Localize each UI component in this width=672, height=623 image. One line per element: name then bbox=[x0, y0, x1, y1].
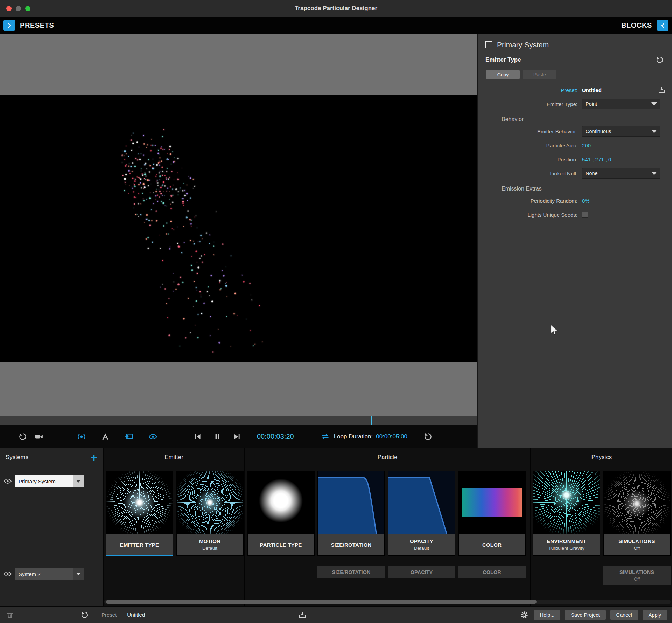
loop-duration-value[interactable]: 00:00:05:00 bbox=[376, 433, 407, 440]
block-card-simulations[interactable]: SIMULATIONS Off bbox=[603, 471, 671, 556]
preset-link[interactable]: Preset: bbox=[478, 87, 582, 93]
loop-icon[interactable] bbox=[320, 431, 330, 442]
periodicity-random-value[interactable]: 0% bbox=[582, 198, 590, 204]
system-selector-2[interactable]: System 2 bbox=[15, 568, 84, 580]
emitter-behavior-label: Emitter Behavior: bbox=[478, 129, 582, 134]
traffic-lights bbox=[6, 6, 30, 11]
card-sublabel: Turbulent Gravity bbox=[548, 546, 584, 551]
card-label: OPACITY bbox=[410, 538, 433, 544]
copy-button[interactable]: Copy bbox=[486, 70, 520, 79]
linked-null-dropdown[interactable]: None bbox=[582, 168, 660, 179]
card-label: COLOR bbox=[482, 542, 502, 548]
emitter-type-label: Emitter Type: bbox=[478, 101, 582, 107]
card-sublabel: Default bbox=[202, 546, 217, 551]
blocks-section: Systems + Primary System System 2 bbox=[0, 448, 672, 606]
system-row-2: System 2 bbox=[0, 568, 103, 580]
zoom-window-button[interactable] bbox=[25, 6, 30, 11]
block-card-environment[interactable]: ENVIRONMENT Turbulent Gravity bbox=[533, 471, 600, 556]
particles-sec-value[interactable]: 200 bbox=[582, 143, 591, 148]
size-rotation-thumbnail bbox=[318, 471, 384, 534]
card-label: PARTICLE TYPE bbox=[260, 542, 302, 548]
preset-name-value: Untitled bbox=[582, 87, 602, 93]
particle-preview-canvas bbox=[0, 95, 477, 362]
emitter-visibility-icon[interactable] bbox=[76, 431, 87, 442]
chevron-down-icon[interactable] bbox=[73, 568, 84, 580]
reset-systems-icon[interactable] bbox=[80, 610, 90, 620]
block-card-size-rotation[interactable]: SIZE/ROTATION bbox=[317, 471, 385, 556]
previous-frame-button[interactable] bbox=[192, 431, 203, 442]
trash-icon[interactable] bbox=[5, 610, 15, 620]
block-card-emitter-type[interactable]: EMITTER TYPE bbox=[106, 471, 173, 556]
chevron-down-icon bbox=[651, 172, 657, 175]
minimize-window-button[interactable] bbox=[16, 6, 21, 11]
preview-margin-top bbox=[0, 34, 477, 95]
block-card-color-next[interactable]: COLOR bbox=[458, 566, 526, 578]
help-button[interactable]: Help... bbox=[534, 610, 560, 620]
loop-duration-label: Loop Duration: bbox=[334, 433, 373, 440]
chevron-left-icon bbox=[657, 20, 668, 31]
periodicity-random-label: Periodicity Random: bbox=[478, 198, 582, 204]
block-card-motion[interactable]: MOTION Default bbox=[176, 471, 244, 556]
block-card-opacity[interactable]: OPACITY Default bbox=[388, 471, 455, 556]
panel-heading: Emitter Type bbox=[485, 56, 521, 63]
footer-preset-value[interactable]: Untitled bbox=[127, 612, 145, 618]
emitter-type-dropdown[interactable]: Point bbox=[582, 99, 660, 109]
eye-icon[interactable] bbox=[4, 477, 12, 485]
lights-unique-seeds-label: Lights Unique Seeds: bbox=[478, 212, 582, 218]
motion-blur-icon[interactable] bbox=[100, 431, 111, 442]
save-project-button[interactable]: Save Project bbox=[565, 610, 606, 620]
pause-button[interactable] bbox=[212, 431, 223, 442]
block-card-simulations-next[interactable]: SIMULATIONS Off bbox=[603, 566, 671, 585]
close-window-button[interactable] bbox=[6, 6, 12, 11]
emission-extras-section-label: Emission Extras bbox=[478, 186, 672, 192]
window-titlebar: Trapcode Particular Designer bbox=[0, 0, 672, 17]
app-window: Trapcode Particular Designer PRESETS BLO… bbox=[0, 0, 672, 623]
motion-thumbnail bbox=[177, 471, 243, 534]
eye-icon[interactable] bbox=[4, 570, 12, 578]
opacity-thumbnail bbox=[388, 471, 455, 534]
group-particle: Particle PARTICLE TYPE bbox=[245, 448, 531, 606]
color-thumbnail bbox=[459, 471, 525, 534]
fit-screen-icon[interactable] bbox=[124, 431, 134, 442]
systems-panel: Systems + Primary System System 2 bbox=[0, 448, 104, 606]
card-label: EMITTER TYPE bbox=[120, 542, 159, 548]
save-preset-footer-icon[interactable] bbox=[298, 610, 307, 620]
preview-eye-icon[interactable] bbox=[148, 431, 158, 442]
position-value[interactable]: 541 , 271 , 0 bbox=[582, 157, 611, 162]
playhead[interactable] bbox=[371, 416, 372, 425]
reset-loop-icon[interactable] bbox=[423, 431, 433, 442]
lights-unique-seeds-checkbox[interactable] bbox=[582, 212, 588, 218]
paste-button[interactable]: Paste bbox=[523, 70, 556, 79]
linked-null-label: Linked Null: bbox=[478, 171, 582, 176]
current-time[interactable]: 00:00:03:20 bbox=[257, 432, 294, 441]
reset-block-icon[interactable] bbox=[655, 55, 664, 64]
preview-viewport[interactable] bbox=[0, 95, 477, 362]
block-groups: Emitter EMITTER TYPE bbox=[104, 448, 672, 606]
system-row-primary: Primary System bbox=[0, 475, 103, 487]
system-enable-checkbox[interactable] bbox=[485, 41, 492, 48]
cancel-button[interactable]: Cancel bbox=[610, 610, 638, 620]
apply-button[interactable]: Apply bbox=[643, 610, 667, 620]
save-preset-icon[interactable] bbox=[657, 85, 666, 95]
block-card-size-rotation-next[interactable]: SIZE/ROTATION bbox=[317, 566, 385, 578]
block-card-particle-type[interactable]: PARTICLE TYPE bbox=[247, 471, 315, 556]
reset-view-icon[interactable] bbox=[18, 431, 28, 442]
gear-icon[interactable] bbox=[519, 610, 529, 620]
add-system-button[interactable]: + bbox=[91, 453, 97, 462]
presets-panel-toggle[interactable]: PRESETS bbox=[4, 20, 54, 31]
blocks-panel-toggle[interactable]: BLOCKS bbox=[621, 20, 668, 31]
next-frame-button[interactable] bbox=[232, 431, 242, 442]
chevron-down-icon[interactable] bbox=[73, 475, 84, 487]
card-label: MOTION bbox=[199, 538, 220, 544]
system-name-primary: Primary System bbox=[15, 475, 73, 487]
transport-bar: 00:00:03:20 Loop Duration: 00:00:05:00 bbox=[0, 425, 477, 448]
scrollbar-thumb[interactable] bbox=[106, 600, 537, 604]
block-card-color[interactable]: COLOR bbox=[458, 471, 526, 556]
camera-icon[interactable] bbox=[34, 431, 44, 442]
timeline-scrubber[interactable] bbox=[0, 416, 477, 425]
emitter-behavior-dropdown[interactable]: Continuous bbox=[582, 126, 660, 137]
system-selector-primary[interactable]: Primary System bbox=[15, 475, 84, 487]
group-physics-title: Physics bbox=[531, 448, 672, 466]
horizontal-scrollbar[interactable] bbox=[104, 600, 671, 604]
block-card-opacity-next[interactable]: OPACITY bbox=[388, 566, 455, 578]
